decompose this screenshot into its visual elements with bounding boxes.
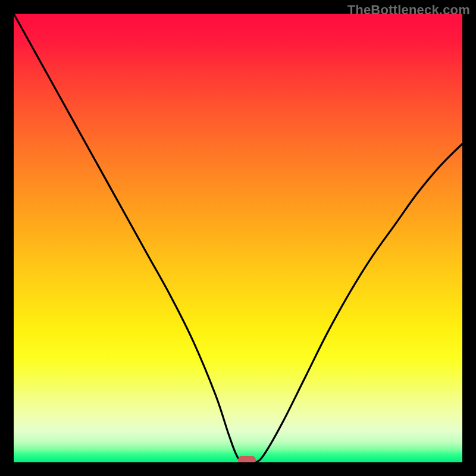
plot-area <box>14 14 462 462</box>
bottleneck-curve <box>14 14 462 462</box>
curve-layer <box>14 14 462 462</box>
watermark-text: TheBottleneck.com <box>347 2 470 18</box>
chart-frame: TheBottleneck.com <box>0 0 476 476</box>
optimal-point-marker <box>238 456 256 462</box>
